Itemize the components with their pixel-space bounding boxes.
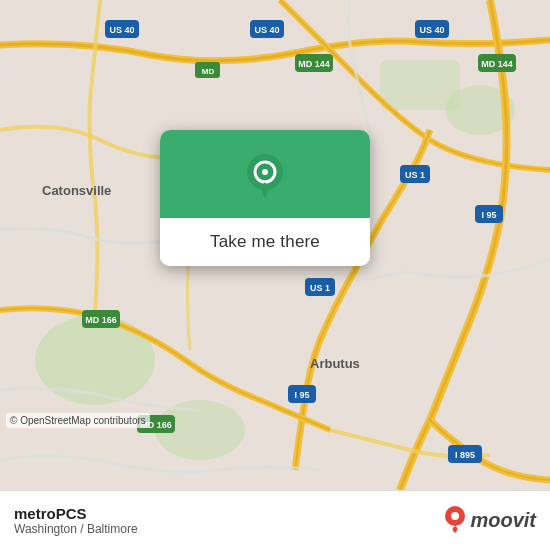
bottom-info: metroPCS Washington / Baltimore xyxy=(14,505,138,536)
svg-text:US 1: US 1 xyxy=(310,283,330,293)
moovit-text: moovit xyxy=(470,509,536,532)
business-name: metroPCS xyxy=(14,505,138,522)
arbutus-label: Arbutus xyxy=(310,356,360,371)
location-pin-icon xyxy=(241,152,289,200)
map-attribution: © OpenStreetMap contributors xyxy=(6,413,150,428)
take-me-there-button[interactable]: Take me there xyxy=(160,218,370,266)
moovit-pin-icon xyxy=(444,505,466,537)
popup-green-area xyxy=(160,130,370,218)
svg-text:US 40: US 40 xyxy=(254,25,279,35)
svg-point-1 xyxy=(35,315,155,405)
svg-text:US 40: US 40 xyxy=(419,25,444,35)
svg-text:US 40: US 40 xyxy=(109,25,134,35)
svg-text:I 95: I 95 xyxy=(294,390,309,400)
moovit-logo: moovit xyxy=(444,505,536,537)
bottom-bar: metroPCS Washington / Baltimore moovit xyxy=(0,490,550,550)
svg-point-33 xyxy=(262,169,268,175)
popup-card: Take me there xyxy=(160,130,370,266)
catonsville-label: Catonsville xyxy=(42,183,111,198)
location-info: Washington / Baltimore xyxy=(14,522,138,536)
svg-rect-4 xyxy=(380,60,460,110)
svg-text:I 895: I 895 xyxy=(455,450,475,460)
svg-text:MD: MD xyxy=(202,67,215,76)
svg-text:MD 144: MD 144 xyxy=(298,59,330,69)
map-container: US 40 US 40 US 40 MD 144 MD 144 US 1 US … xyxy=(0,0,550,490)
svg-text:MD 144: MD 144 xyxy=(481,59,513,69)
svg-text:MD 166: MD 166 xyxy=(85,315,117,325)
svg-text:US 1: US 1 xyxy=(405,170,425,180)
svg-point-35 xyxy=(451,512,459,520)
svg-text:I 95: I 95 xyxy=(481,210,496,220)
